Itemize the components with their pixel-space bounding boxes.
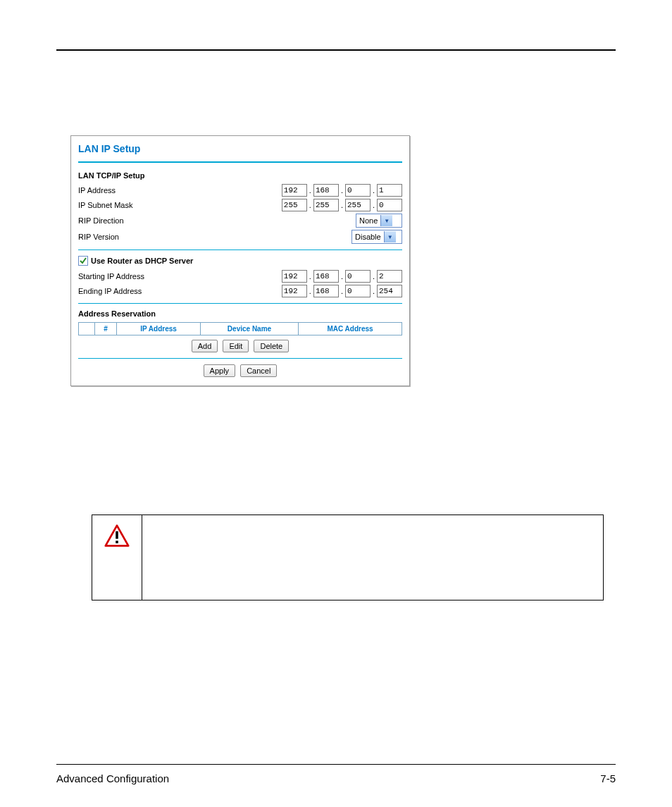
- warning-text-cell: [142, 515, 603, 600]
- rip-version-label: RIP Version: [78, 233, 351, 241]
- subnet-octet-4[interactable]: [377, 199, 402, 211]
- table-header-num: #: [95, 323, 117, 335]
- separator: [78, 161, 402, 163]
- separator: [78, 250, 402, 250]
- dot: .: [340, 186, 344, 195]
- cancel-button[interactable]: Cancel: [240, 364, 277, 377]
- end-ip-label: Ending IP Address: [78, 287, 282, 295]
- dot: .: [340, 287, 344, 295]
- rip-direction-value: None: [359, 216, 378, 225]
- separator: [78, 358, 402, 359]
- add-button[interactable]: Add: [192, 340, 218, 352]
- top-rule: [56, 49, 616, 51]
- dot: .: [372, 186, 375, 195]
- start-ip-octet-1[interactable]: [282, 270, 307, 283]
- table-header-mac: MAC Address: [299, 323, 402, 335]
- edit-button[interactable]: Edit: [223, 340, 249, 352]
- rip-version-select[interactable]: Disable ▼: [351, 230, 402, 244]
- footer-page-number: 7-5: [600, 772, 616, 784]
- start-ip-octet-4[interactable]: [377, 270, 402, 283]
- dot: .: [309, 287, 312, 295]
- svg-rect-2: [116, 541, 118, 543]
- check-icon: [80, 257, 87, 264]
- dot: .: [340, 272, 344, 281]
- table-header-blank: [79, 323, 95, 335]
- end-ip-row: Ending IP Address . . .: [78, 285, 402, 297]
- tcpip-section-title: LAN TCP/IP Setup: [78, 171, 402, 180]
- dot: .: [372, 287, 375, 295]
- warning-box: [92, 515, 604, 600]
- rip-direction-row: RIP Direction None ▼: [78, 214, 402, 228]
- rip-version-value: Disable: [355, 233, 381, 241]
- end-ip-octet-2[interactable]: [313, 285, 339, 297]
- end-ip-octet-3[interactable]: [345, 285, 371, 297]
- subnet-octet-3[interactable]: [345, 199, 371, 211]
- dot: .: [372, 272, 375, 281]
- separator: [78, 303, 402, 304]
- warning-icon: [104, 524, 130, 550]
- subnet-octet-1[interactable]: [282, 199, 307, 211]
- ip-octet-3[interactable]: [345, 184, 371, 197]
- rip-direction-select[interactable]: None ▼: [356, 214, 402, 228]
- start-ip-row: Starting IP Address . . .: [78, 270, 402, 283]
- delete-button[interactable]: Delete: [254, 340, 289, 352]
- dot: .: [340, 201, 344, 209]
- reservation-section-title: Address Reservation: [78, 309, 402, 318]
- end-ip-octet-1[interactable]: [282, 285, 307, 297]
- apply-button[interactable]: Apply: [204, 364, 236, 377]
- ip-octet-2[interactable]: [313, 184, 339, 197]
- ip-octet-4[interactable]: [377, 184, 402, 197]
- reservation-table: # IP Address Device Name MAC Address: [78, 322, 402, 335]
- subnet-label: IP Subnet Mask: [78, 201, 282, 209]
- subnet-octet-2[interactable]: [313, 199, 339, 211]
- ip-octet-1[interactable]: [282, 184, 307, 197]
- chevron-down-icon: ▼: [384, 231, 396, 242]
- dhcp-checkbox[interactable]: [78, 256, 88, 266]
- footer-rule: [56, 764, 616, 765]
- start-ip-octet-3[interactable]: [345, 270, 371, 283]
- dhcp-checkbox-label: Use Router as DHCP Server: [91, 257, 193, 265]
- table-header-ip: IP Address: [117, 323, 201, 335]
- page-footer: Advanced Configuration 7-5: [56, 772, 616, 784]
- dhcp-checkbox-row: Use Router as DHCP Server: [78, 256, 402, 266]
- panel-title: LAN IP Setup: [78, 142, 402, 160]
- table-header-device: Device Name: [201, 323, 299, 335]
- svg-rect-1: [116, 531, 118, 539]
- chevron-down-icon: ▼: [380, 215, 392, 226]
- subnet-row: IP Subnet Mask . . .: [78, 199, 402, 211]
- rip-direction-label: RIP Direction: [78, 216, 356, 225]
- start-ip-octet-2[interactable]: [313, 270, 339, 283]
- end-ip-octet-4[interactable]: [377, 285, 402, 297]
- dot: .: [372, 201, 375, 209]
- rip-version-row: RIP Version Disable ▼: [78, 230, 402, 244]
- dot: .: [309, 186, 312, 195]
- dot: .: [309, 272, 312, 281]
- lan-ip-setup-panel: LAN IP Setup LAN TCP/IP Setup IP Address…: [70, 135, 410, 386]
- dot: .: [309, 201, 312, 209]
- start-ip-label: Starting IP Address: [78, 272, 282, 281]
- ip-address-label: IP Address: [78, 186, 282, 195]
- ip-address-row: IP Address . . .: [78, 184, 402, 197]
- footer-section: Advanced Configuration: [56, 772, 169, 784]
